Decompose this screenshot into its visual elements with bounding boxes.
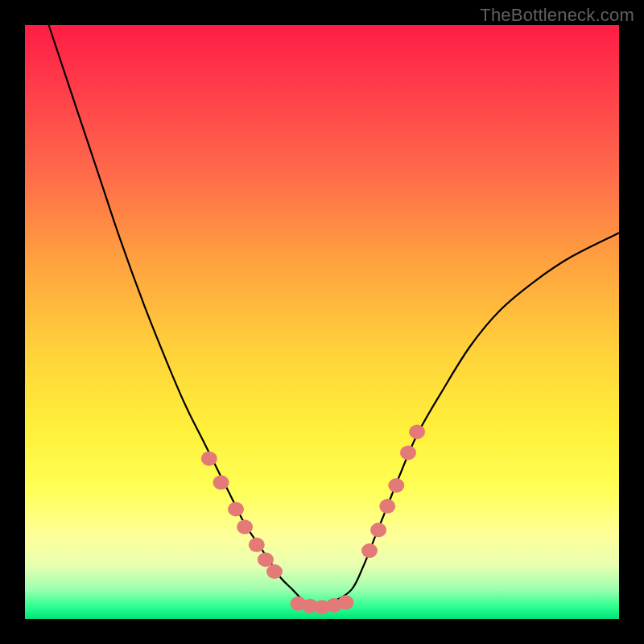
outer-frame: TheBottleneck.com [0, 0, 644, 644]
data-marker [400, 445, 416, 460]
data-marker [266, 564, 283, 579]
plot-area [25, 25, 619, 619]
data-marker [361, 543, 378, 558]
data-marker [338, 595, 354, 609]
data-marker [249, 538, 265, 552]
curve-svg [25, 25, 619, 619]
data-marker [409, 425, 425, 440]
data-marker [370, 522, 386, 537]
data-marker [228, 502, 244, 517]
data-marker [258, 552, 274, 567]
data-marker [213, 475, 229, 489]
data-marker [201, 452, 217, 466]
data-marker [237, 520, 253, 535]
data-marker [388, 478, 404, 493]
watermark-text: TheBottleneck.com [480, 5, 634, 26]
marker-group [201, 425, 425, 615]
curve-left-branch [49, 25, 316, 607]
data-marker [379, 499, 395, 514]
